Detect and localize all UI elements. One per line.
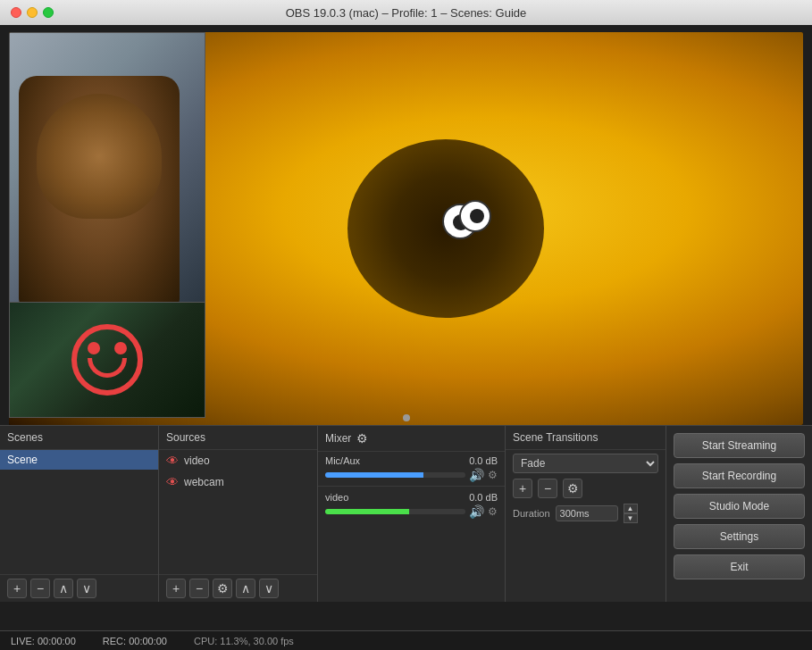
studio-mode-button[interactable]: Studio Mode [674,494,805,519]
mixer-label: Mixer [325,432,351,445]
scenes-content: Scene [0,450,158,574]
transitions-settings-button[interactable]: ⚙ [563,479,582,498]
transitions-remove-button[interactable]: − [538,479,557,498]
transitions-panel: Scene Transitions Fade Cut Swipe Slide +… [506,426,666,602]
mixer-settings-icon[interactable]: ⚙ [356,431,368,446]
visibility-icon-0: 👁 [166,454,179,468]
sources-remove-button[interactable]: − [189,579,209,598]
volume-slider-bar-1 [325,509,465,514]
transitions-header: Scene Transitions [506,426,666,450]
track-settings-1[interactable]: ⚙ [488,505,498,518]
live-label: LIVE: [11,636,35,646]
source-name-0: video [184,454,210,467]
mixer-header: Mixer ⚙ [318,426,505,452]
scenes-down-button[interactable]: ∨ [77,579,96,598]
scenes-up-button[interactable]: ∧ [54,579,73,598]
sources-header: Sources [159,426,317,450]
scenes-toolbar: + − ∧ ∨ [0,574,158,602]
scene-item-0[interactable]: Scene [0,450,158,470]
window-title: OBS 19.0.3 (mac) – Profile: 1 – Scenes: … [286,6,527,20]
transitions-label: Scene Transitions [513,431,598,444]
traffic-lights [11,7,54,18]
close-button[interactable] [11,7,21,18]
duration-label: Duration [513,508,550,519]
settings-button[interactable]: Settings [674,524,805,549]
minimize-button[interactable] [27,7,38,18]
duration-stepper: ▲ ▼ [624,504,638,523]
sources-down-button[interactable]: ∨ [259,579,279,598]
duration-input[interactable] [556,505,618,521]
mixer-panel: Mixer ⚙ Mic/Aux 0.0 dB 🔊 ⚙ [318,426,506,602]
preview-indicator [403,414,410,421]
sources-panel: Sources 👁 video 👁 webcam + − ⚙ ∧ ∨ [159,426,318,602]
track-db-0: 0.0 dB [469,455,498,466]
sources-label: Sources [166,431,205,444]
sources-content: 👁 video 👁 webcam [159,450,317,574]
visibility-icon-1: 👁 [166,475,179,489]
sources-settings-button[interactable]: ⚙ [213,579,232,598]
scenes-remove-button[interactable]: − [30,579,50,598]
rec-time: 00:00:00 [129,636,167,646]
source-item-0[interactable]: 👁 video [159,450,317,471]
sources-add-button[interactable]: + [166,579,186,598]
volume-slider-1[interactable] [325,504,465,519]
track-name-0: Mic/Aux [325,455,360,466]
pip-overlay-top [9,32,205,309]
status-bar: LIVE: 00:00:00 REC: 00:00:00 CPU: 11.3%,… [0,630,812,650]
controls-panel: Start Streaming Start Recording Studio M… [666,426,812,602]
maximize-button[interactable] [43,7,54,18]
live-time: 00:00:00 [38,636,76,646]
source-name-1: webcam [184,476,224,488]
scenes-header: Scenes [0,426,158,450]
track-db-1: 0.0 dB [469,492,498,503]
sunflower-center [347,139,544,318]
cpu-status: CPU: 11.3%, 30.00 fps [194,636,294,646]
transitions-add-button[interactable]: + [513,479,532,498]
mixer-track-1: video 0.0 dB 🔊 ⚙ [318,488,505,521]
googly-eye-right [459,200,491,232]
volume-slider-0[interactable] [325,468,465,482]
pip-character-face [37,94,162,219]
mixer-content: Mic/Aux 0.0 dB 🔊 ⚙ video 0.0 dB [318,452,505,602]
track-settings-0[interactable]: ⚙ [488,469,498,481]
smiley-face [71,324,143,396]
title-bar: OBS 19.0.3 (mac) – Profile: 1 – Scenes: … [0,0,812,25]
mixer-track-0: Mic/Aux 0.0 dB 🔊 ⚙ [318,452,505,484]
scenes-add-button[interactable]: + [7,579,27,598]
mute-button-1[interactable]: 🔊 [469,504,484,519]
start-streaming-button[interactable]: Start Streaming [674,433,805,458]
live-status: LIVE: 00:00:00 [11,636,76,646]
duration-increment[interactable]: ▲ [624,504,638,513]
transitions-select[interactable]: Fade Cut Swipe Slide [513,454,658,473]
sources-toolbar: + − ⚙ ∧ ∨ [159,574,317,602]
volume-slider-bar-0 [325,472,465,478]
rec-status: REC: 00:00:00 [103,636,167,646]
mute-button-0[interactable]: 🔊 [469,468,484,482]
rec-label: REC: [103,636,126,646]
exit-button[interactable]: Exit [674,554,805,579]
duration-decrement[interactable]: ▼ [624,513,638,523]
start-recording-button[interactable]: Start Recording [674,463,805,488]
scenes-label: Scenes [7,431,43,444]
source-item-1[interactable]: 👁 webcam [159,471,317,493]
sources-up-button[interactable]: ∧ [236,579,255,598]
mixer-divider [318,486,505,487]
bottom-panels: Scenes Scene + − ∧ ∨ Sources 👁 video 👁 w… [0,425,812,602]
preview-area [9,32,803,425]
scenes-panel: Scenes Scene + − ∧ ∨ [0,426,159,602]
smiley-mouth [88,358,127,378]
pip-overlay-bottom [9,302,205,418]
pip-character [19,76,180,308]
track-name-1: video [325,492,348,503]
